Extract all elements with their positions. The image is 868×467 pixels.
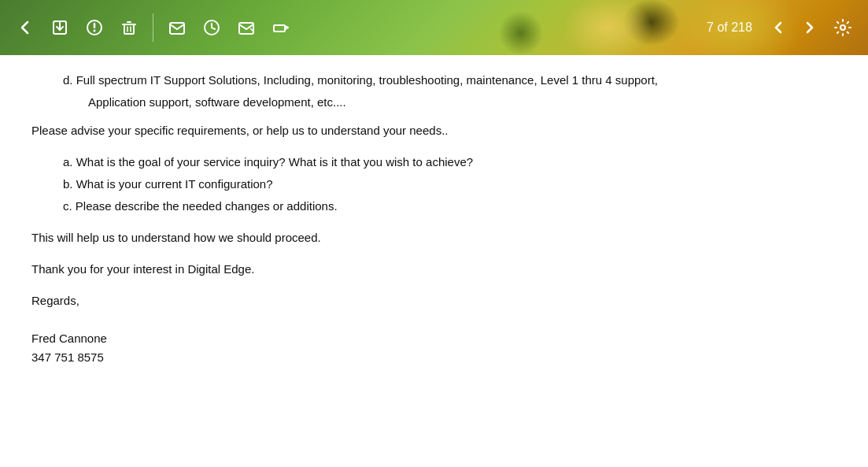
paragraph-3: Thank you for your interest in Digital E… — [31, 260, 837, 279]
back-button[interactable] — [9, 12, 41, 43]
pagination: 7 of 218 — [698, 13, 824, 42]
paragraph-2: This will help us to understand how we s… — [31, 228, 837, 247]
sender-name: Fred Cannone — [31, 329, 837, 348]
regards-text: Regards, — [31, 291, 837, 310]
email-content: d. Full spectrum IT Support Solutions, I… — [0, 55, 868, 467]
list-item-b: b. What is your current IT configuration… — [63, 175, 837, 194]
clock-button[interactable] — [196, 12, 227, 43]
download-button[interactable] — [44, 12, 76, 43]
flag-button[interactable] — [79, 12, 110, 43]
envelope-button[interactable] — [231, 12, 262, 43]
list-item-a: a. What is the goal of your service inqu… — [63, 153, 837, 172]
svg-point-4 — [94, 30, 96, 32]
pagination-text: 7 of 218 — [698, 20, 761, 35]
next-page-button[interactable] — [796, 13, 824, 42]
item-d-text: d. Full spectrum IT Support Solutions, I… — [63, 71, 837, 90]
toolbar: 7 of 218 — [0, 0, 868, 55]
list-item-c: c. Please describe the needed changes or… — [63, 197, 837, 216]
settings-button[interactable] — [827, 12, 859, 43]
signature: Regards, Fred Cannone 347 751 8575 — [31, 291, 837, 367]
delete-button[interactable] — [113, 12, 145, 43]
svg-point-15 — [840, 25, 845, 30]
paragraph-1: Please advise your specific requirements… — [31, 121, 837, 140]
sender-phone: 347 751 8575 — [31, 348, 837, 367]
toolbar-divider-1 — [153, 13, 153, 42]
prev-page-button[interactable] — [764, 13, 792, 42]
svg-rect-5 — [124, 24, 134, 34]
svg-rect-14 — [274, 25, 285, 32]
item-d-sub-text: Application support, software developmen… — [88, 93, 837, 112]
forward-button[interactable] — [161, 12, 193, 43]
tag-button[interactable] — [265, 12, 297, 43]
